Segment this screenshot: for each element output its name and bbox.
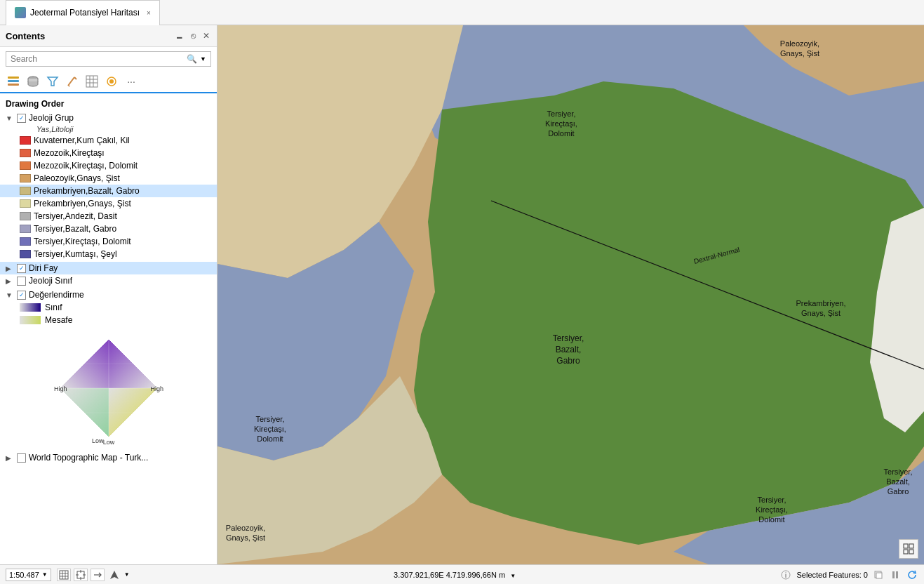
more-options-icon[interactable]: ··· <box>123 74 139 89</box>
svg-line-7 <box>68 86 70 86</box>
list-item[interactable]: Tersiyer,Kumtaşı, Şeyl <box>0 248 217 260</box>
float-button[interactable]: ⎋ <box>189 29 197 42</box>
svg-rect-2 <box>8 84 19 86</box>
extent-tool-icon[interactable] <box>74 569 88 581</box>
sidebar: Contents 🗕 ⎋ ✕ 🔍 ▼ <box>0 25 217 564</box>
expand-arrow[interactable]: ▶ <box>6 454 14 462</box>
svg-text:Gnays, Şist: Gnays, Şist <box>801 309 841 317</box>
layer-item-degerlendirme[interactable]: ▼ Değerlendirme <box>0 288 217 301</box>
data-source-icon[interactable] <box>25 74 41 89</box>
coords-value: 3.307.921,69E 4.719.996,66N m <box>394 571 505 579</box>
svg-text:Tersiyer,: Tersiyer, <box>547 109 576 118</box>
zoom-tool-icon[interactable] <box>91 569 105 581</box>
svg-marker-4 <box>48 77 58 86</box>
expand-arrow[interactable]: ▼ <box>6 291 14 299</box>
layer-item-jeoloji-grup[interactable]: ▼ Jeoloji Grup <box>0 112 217 124</box>
layer-item-diri-fay[interactable]: ▶ Diri Fay <box>0 262 217 274</box>
refresh-icon[interactable] <box>906 569 918 581</box>
coords-dropdown-icon[interactable]: ▼ <box>510 573 516 579</box>
tab-close-button[interactable]: × <box>147 9 151 17</box>
grid-tool-icon[interactable] <box>57 569 71 581</box>
layer-toolbar: ··· <box>0 71 217 93</box>
expand-arrow[interactable]: ▼ <box>6 114 14 122</box>
color-swatch <box>20 237 31 246</box>
symbology-icon[interactable] <box>104 74 119 89</box>
sidebar-title: Contents <box>6 31 45 41</box>
color-swatch <box>20 199 31 208</box>
map-svg: Paleozoyik, Gnays, Şist Tersiyer, Kireçt… <box>217 25 924 564</box>
search-icon[interactable]: 🔍 <box>187 54 197 64</box>
layer-group-jeoloji: ▼ Jeoloji Grup Yas,Litoloji Kuvaterner,K… <box>0 110 217 262</box>
svg-text:Kireçtaşı,: Kireçtaşı, <box>545 119 577 128</box>
scale-dropdown-icon[interactable]: ▼ <box>42 571 48 578</box>
svg-line-5 <box>68 77 74 86</box>
table-icon[interactable] <box>84 74 100 89</box>
pause-icon[interactable] <box>889 569 902 581</box>
svg-text:Tersiyer,: Tersiyer, <box>884 467 913 476</box>
scale-selector[interactable]: 1:50.487 ▼ <box>6 569 51 581</box>
navigate-tool-icon[interactable] <box>107 569 121 581</box>
search-bar: 🔍 ▼ <box>6 51 211 67</box>
list-item[interactable]: Prekambriyen,Bazalt, Gabro <box>0 185 217 197</box>
list-item[interactable]: Tersiyer,Andezit, Dasit <box>0 210 217 223</box>
jeoloji-grup-checkbox[interactable] <box>17 114 26 123</box>
list-view-icon[interactable] <box>6 74 21 89</box>
list-item[interactable]: Paleozoyik,Gnays, Şist <box>0 172 217 185</box>
layer-label: Prekambriyen,Gnays, Şist <box>34 199 131 208</box>
search-input[interactable] <box>11 54 184 64</box>
degerlendirme-label: Değerlendirme <box>29 290 84 300</box>
list-item[interactable]: Mesafe <box>0 314 217 326</box>
svg-text:Low: Low <box>92 437 104 444</box>
navigate-dropdown-icon[interactable]: ▼ <box>124 571 130 578</box>
jeoloji-sinif-checkbox[interactable] <box>17 277 26 286</box>
drawing-order-label: Drawing Order <box>0 96 217 110</box>
map-tab[interactable]: Jeotermal Potansiyel Haritası × <box>6 0 160 25</box>
svg-text:High: High <box>150 385 163 392</box>
layer-label: Tersiyer,Kireçtaşı, Dolomit <box>34 237 131 246</box>
list-item[interactable]: Mezozoik,Kireçtaşı <box>0 147 217 159</box>
svg-line-6 <box>74 77 76 79</box>
scale-value: 1:50.487 <box>9 571 39 579</box>
jeoloji-sublabel: Yas,Litoloji <box>0 124 217 134</box>
degerlendirme-checkbox[interactable] <box>17 291 26 300</box>
layer-item-jeoloji-sinif[interactable]: ▶ Jeoloji Sınıf <box>0 274 217 287</box>
svg-rect-83 <box>896 571 898 578</box>
diri-fay-checkbox[interactable] <box>17 264 26 273</box>
svg-text:Prekambriyen,: Prekambriyen, <box>796 299 846 307</box>
list-item[interactable]: Mezozoik,Kireçtaşı, Dolomit <box>0 159 217 172</box>
layer-label: Mezozoik,Kireçtaşı <box>34 148 105 158</box>
list-item[interactable]: Kuvaterner,Kum Çakıl, Kil <box>0 134 217 147</box>
layout-button[interactable] <box>899 539 918 559</box>
svg-rect-82 <box>892 571 895 578</box>
world-topo-checkbox[interactable] <box>17 453 26 463</box>
pin-button[interactable]: 🗕 <box>174 29 185 42</box>
diamond-legend: High Low High Low <box>53 332 165 444</box>
diri-fay-label: Diri Fay <box>29 263 58 273</box>
edit-icon[interactable] <box>65 74 80 89</box>
filter-icon[interactable] <box>45 74 60 89</box>
list-item[interactable]: Sınıf <box>0 301 217 314</box>
layer-list: Drawing Order ▼ Jeoloji Grup Yas,Litoloj… <box>0 93 217 564</box>
copy-icon[interactable] <box>872 569 885 581</box>
svg-text:Dolomit: Dolomit <box>758 515 784 524</box>
list-item[interactable]: Tersiyer,Bazalt, Gabro <box>0 223 217 235</box>
svg-rect-61 <box>904 544 908 548</box>
svg-text:Paleozoyik,: Paleozoyik, <box>226 524 265 532</box>
map-tools: ▼ <box>57 569 130 581</box>
map-area[interactable]: Paleozoyik, Gnays, Şist Tersiyer, Kireçt… <box>217 25 924 564</box>
layer-item-world-topo[interactable]: ▶ World Topographic Map - Turk... <box>0 451 217 464</box>
color-swatch <box>20 250 31 258</box>
expand-arrow[interactable]: ▶ <box>6 265 14 272</box>
search-dropdown-icon[interactable]: ▼ <box>200 55 206 62</box>
list-item[interactable]: Tersiyer,Kireçtaşı, Dolomit <box>0 235 217 248</box>
expand-arrow[interactable]: ▶ <box>6 277 14 285</box>
svg-text:High: High <box>54 385 67 392</box>
svg-point-14 <box>109 79 114 84</box>
sidebar-header: Contents 🗕 ⎋ ✕ <box>0 25 217 47</box>
info-icon[interactable] <box>779 569 792 581</box>
world-topo-label: World Topographic Map - Turk... <box>29 453 148 463</box>
svg-rect-1 <box>8 80 19 82</box>
list-item[interactable]: Prekambriyen,Gnays, Şist <box>0 197 217 210</box>
svg-rect-0 <box>8 77 19 79</box>
close-button[interactable]: ✕ <box>201 29 211 42</box>
